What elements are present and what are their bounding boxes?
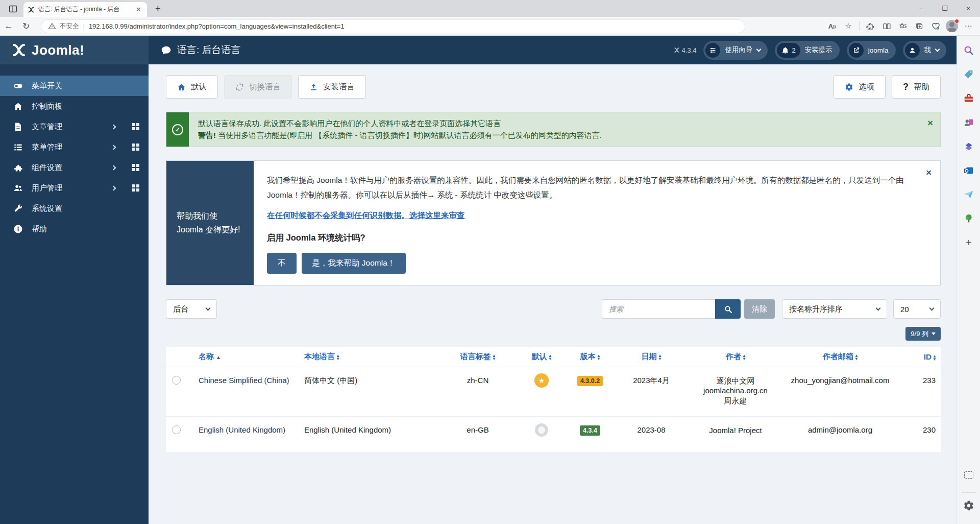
stats-yes-button[interactable]: 是，我来帮助 Joomla！ <box>302 253 406 274</box>
dashboard-grid-icon[interactable] <box>132 123 139 130</box>
clear-button[interactable]: 清除 <box>744 299 775 319</box>
alert-close-icon[interactable]: × <box>927 117 933 129</box>
rail-settings-icon[interactable] <box>960 496 977 515</box>
header-author[interactable]: 作者▴▾ <box>690 347 781 367</box>
tree-icon[interactable] <box>960 209 977 228</box>
header-tag[interactable]: 语言标签▴▾ <box>439 347 516 367</box>
caret-down-icon <box>932 332 936 335</box>
image-creator-icon[interactable] <box>960 113 977 132</box>
tab-actions-icon[interactable] <box>5 2 20 15</box>
question-mark-icon: ? <box>903 82 909 92</box>
sidebar-item-dashboard[interactable]: 控制面板 <box>0 96 149 116</box>
collections-icon[interactable] <box>912 19 927 33</box>
language-name-link[interactable]: English (United Kingdom) <box>199 425 285 434</box>
extensions-icon[interactable] <box>863 19 878 33</box>
home-icon <box>177 83 186 91</box>
set-default-toggle[interactable] <box>535 423 548 437</box>
refresh-icon[interactable]: ↻ <box>17 21 35 32</box>
add-sidebar-item-button[interactable]: + <box>960 233 977 252</box>
sort-select[interactable]: 按名称升序排序 <box>782 299 887 319</box>
speech-bubble-icon <box>161 45 172 56</box>
install-language-button[interactable]: 安装语言 <box>298 75 366 99</box>
stats-body: 我们希望提高 Joomla！软件与用户的服务器设置的兼容性。因此，我们需要来自您… <box>254 161 940 285</box>
user-menu-button[interactable]: 我 <box>903 41 947 60</box>
row-radio[interactable] <box>172 376 181 385</box>
minimize-button[interactable]: – <box>910 0 933 17</box>
default-star-icon[interactable]: ★ <box>534 373 549 388</box>
home-icon <box>13 102 23 111</box>
stats-optin-panel: 帮助我们使 Joomla 变得更好! 我们希望提高 Joomla！软件与用户的服… <box>166 160 941 285</box>
sidebar-item-components[interactable]: 组件设置 <box>0 157 149 178</box>
close-window-button[interactable]: × <box>957 0 980 17</box>
favorites-bar-icon[interactable] <box>895 19 911 33</box>
dashboard-grid-icon[interactable] <box>132 184 139 192</box>
header-name[interactable]: 名称▲ <box>189 347 304 367</box>
back-icon[interactable]: ← <box>0 21 17 31</box>
client-select[interactable]: 后台 <box>166 299 217 319</box>
joomla-logo[interactable]: Joomla! <box>0 36 149 64</box>
maximize-button[interactable]: ☐ <box>933 0 957 17</box>
header-date[interactable]: 日期▴▾ <box>613 347 690 367</box>
stats-no-button[interactable]: 不 <box>267 253 297 274</box>
header-version[interactable]: 版本▴▾ <box>567 347 613 367</box>
author-email: zhou_yongjian@hotmail.com <box>781 367 899 416</box>
sidebar-item-help[interactable]: 帮助 <box>0 219 149 239</box>
language-name-link[interactable]: Chinese Simplified (China) <box>199 376 289 385</box>
discover-icon[interactable] <box>960 137 977 156</box>
shopping-tag-icon[interactable] <box>960 65 977 84</box>
sidebar-item-menus[interactable]: 菜单管理 <box>0 137 149 157</box>
toolbox-icon[interactable] <box>960 89 977 108</box>
sidebar-item-content[interactable]: 文章管理 <box>0 116 149 137</box>
header-id[interactable]: ID▴▾ <box>899 347 941 367</box>
joomla-header: Joomla! 语言: 后台语言 4.3.4 使用向导 2 安装提示 <box>0 36 957 64</box>
dashboard-grid-icon[interactable] <box>132 144 139 151</box>
limit-select[interactable]: 20 <box>893 299 941 319</box>
help-button[interactable]: ? 帮助 <box>892 75 941 99</box>
columns-selector-badge[interactable]: 9/9 列 <box>905 327 941 341</box>
bell-icon <box>781 46 789 54</box>
search-button[interactable] <box>715 299 741 319</box>
browser-tab[interactable]: 语言: 后台语言 - joomla - 后台 ✕ <box>23 2 147 17</box>
sidebar-item-users[interactable]: 用户管理 <box>0 178 149 198</box>
header-default[interactable]: 默认▴▾ <box>516 347 567 367</box>
sidebar-item-system[interactable]: 系统设置 <box>0 198 149 219</box>
screenshot-icon[interactable] <box>960 465 977 485</box>
row-radio[interactable] <box>172 425 181 434</box>
options-button[interactable]: 选项 <box>834 75 886 99</box>
url-text[interactable]: 192.168.0.99/administrator/index.php?opt… <box>89 22 344 30</box>
more-menu-icon[interactable]: ⋯ <box>961 19 976 33</box>
favorite-star-icon[interactable]: ☆ <box>841 19 856 33</box>
tab-close-icon[interactable]: ✕ <box>134 6 143 13</box>
header-right-group: 4.3.4 使用向导 2 安装提示 joomla 我 <box>674 41 957 60</box>
search-icon[interactable] <box>960 41 977 60</box>
outlook-icon[interactable] <box>960 161 977 180</box>
window-controls: – ☐ × <box>910 0 980 17</box>
site-preview-button[interactable]: joomla <box>847 41 896 60</box>
search-input[interactable] <box>602 299 715 319</box>
address-bar[interactable]: 不安全 | 192.168.0.99/administrator/index.p… <box>41 19 745 33</box>
sidebar-item-menu-toggle[interactable]: 菜单开关 <box>0 76 149 96</box>
security-label[interactable]: 不安全 <box>60 22 79 31</box>
chevron-right-icon <box>111 165 116 170</box>
browser-essentials-icon[interactable] <box>928 19 943 33</box>
stats-close-icon[interactable]: × <box>926 167 932 178</box>
profile-avatar[interactable] <box>944 19 960 33</box>
not-secure-warning-icon <box>48 22 56 30</box>
alert-body: 默认语言保存成功. 此设置不会影响用户在他们的个人资料中或者在登录页面选择其它语… <box>189 112 622 147</box>
users-icon <box>13 183 23 193</box>
new-tab-button[interactable]: + <box>151 4 165 14</box>
header-native[interactable]: 本地语言▴▾ <box>304 347 439 367</box>
read-aloud-icon[interactable]: A)) <box>824 19 840 33</box>
header-author-email[interactable]: 作者邮箱▴▾ <box>781 347 899 367</box>
stats-review-link[interactable]: 在任何时候都不会采集到任何识别数据。选择这里来审查 <box>267 210 465 221</box>
user-icon <box>905 43 920 58</box>
language-date: 2023年4月 <box>613 367 690 416</box>
split-screen-icon[interactable] <box>879 19 894 33</box>
drop-icon[interactable] <box>960 185 977 204</box>
default-button[interactable]: 默认 <box>166 75 218 99</box>
dashboard-grid-icon[interactable] <box>132 164 139 171</box>
notifications-button[interactable]: 2 安装提示 <box>775 41 839 60</box>
guided-tour-button[interactable]: 使用向导 <box>703 41 768 60</box>
guided-tour-label: 使用向导 <box>725 45 752 55</box>
language-tag: zh-CN <box>439 367 516 416</box>
